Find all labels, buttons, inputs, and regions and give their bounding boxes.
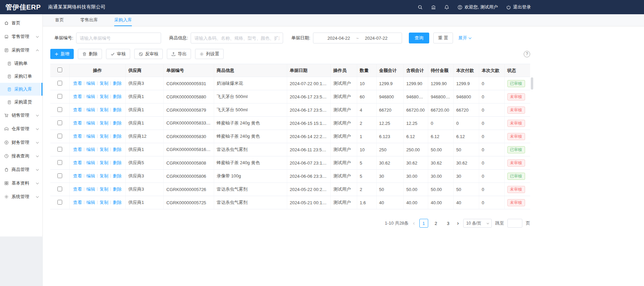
reset-button[interactable]: 重 置: [433, 33, 453, 43]
date-range-picker[interactable]: 2024-04-22 ~ 2024-07-22: [313, 33, 402, 43]
sidebar-item-home[interactable]: 首页: [0, 16, 42, 30]
row-checkbox[interactable]: [57, 134, 62, 138]
sidebar-item-purchase-return[interactable]: 采购退货: [0, 96, 42, 109]
export-button[interactable]: 导出: [167, 49, 191, 59]
row-checkbox[interactable]: [57, 200, 62, 205]
edit-link[interactable]: 编辑: [86, 94, 95, 99]
view-link[interactable]: 查看: [73, 81, 82, 86]
column-settings-button[interactable]: 列设置: [195, 49, 224, 59]
page-button-1[interactable]: 1: [419, 219, 428, 228]
view-link[interactable]: 查看: [73, 160, 82, 165]
delete-link[interactable]: 删除: [113, 81, 122, 86]
view-link[interactable]: 查看: [73, 200, 82, 205]
table-row: 查看编辑复制删除 供应商12 CGRK00000005830 蜂蜜柚子茶 240…: [50, 130, 530, 143]
sidebar-item-reports[interactable]: 报表查询: [0, 149, 42, 163]
edit-link[interactable]: 编辑: [86, 173, 95, 178]
sidebar-item-purchase-inbound[interactable]: 采购入库: [0, 83, 42, 96]
sidebar-item-purchase-request[interactable]: 请购单: [0, 57, 42, 70]
expand-link[interactable]: 展开: [458, 35, 471, 41]
product-info-input[interactable]: [191, 33, 283, 43]
copy-link[interactable]: 复制: [100, 134, 108, 139]
page-button-3[interactable]: 3: [444, 219, 453, 228]
delete-link[interactable]: 删除: [113, 160, 122, 165]
tab-retail-outbound[interactable]: 零售出库: [80, 14, 98, 26]
cell-doc-no: CGRK00000005725: [163, 196, 214, 209]
select-all-checkbox[interactable]: [57, 68, 62, 72]
sidebar-item-basic-data[interactable]: 基本资料: [0, 176, 42, 190]
row-checkbox[interactable]: [57, 187, 62, 191]
sidebar-item-goods[interactable]: 商品管理: [0, 163, 42, 176]
view-link[interactable]: 查看: [73, 173, 82, 178]
table-scrollbar-thumb[interactable]: [531, 77, 533, 90]
delete-link[interactable]: 删除: [113, 134, 122, 139]
unapprove-button[interactable]: 反审核: [134, 49, 163, 59]
page-button-2[interactable]: 2: [432, 219, 440, 228]
sidebar-item-warehouse[interactable]: 仓库管理: [0, 122, 42, 136]
sidebar-item-purchase-order[interactable]: 采购订单: [0, 70, 42, 83]
row-checkbox[interactable]: [57, 81, 62, 85]
approve-button[interactable]: 审核: [106, 49, 130, 59]
edit-link[interactable]: 编辑: [86, 134, 95, 139]
view-link[interactable]: 查看: [73, 107, 82, 112]
view-link[interactable]: 查看: [73, 187, 82, 192]
search-icon[interactable]: [418, 5, 423, 10]
view-link[interactable]: 查看: [73, 94, 82, 99]
logout-button[interactable]: 退出登录: [506, 4, 531, 10]
delete-link[interactable]: 删除: [113, 120, 122, 126]
add-button[interactable]: 新增: [50, 49, 74, 59]
copy-link[interactable]: 复制: [100, 107, 108, 112]
page-size-select[interactable]: 10 条/页: [463, 219, 492, 228]
copy-link[interactable]: 复制: [100, 200, 108, 205]
delete-link[interactable]: 删除: [113, 173, 122, 178]
edit-link[interactable]: 编辑: [86, 187, 95, 192]
search-button[interactable]: 查询: [409, 33, 429, 43]
prev-page-button[interactable]: ‹: [412, 219, 416, 228]
copy-link[interactable]: 复制: [100, 81, 108, 86]
view-link[interactable]: 查看: [73, 134, 82, 139]
row-checkbox[interactable]: [57, 173, 62, 178]
edit-link[interactable]: 编辑: [86, 120, 95, 126]
delete-link[interactable]: 删除: [113, 107, 122, 112]
delete-link[interactable]: 删除: [113, 187, 122, 192]
copy-link[interactable]: 复制: [100, 147, 108, 152]
sidebar-item-system[interactable]: 系统管理: [0, 190, 42, 204]
delete-button[interactable]: 删除: [78, 49, 102, 59]
row-checkbox[interactable]: [57, 107, 62, 112]
edit-link[interactable]: 编辑: [86, 81, 95, 86]
welcome-user[interactable]: 欢迎您, 测试用户: [457, 4, 498, 10]
copy-link[interactable]: 复制: [100, 94, 108, 99]
delete-link[interactable]: 删除: [113, 200, 122, 205]
row-checkbox[interactable]: [57, 147, 62, 152]
tab-purchase-inbound[interactable]: 采购入库: [114, 14, 132, 26]
tab-bar: 首页 零售出库 采购入库: [43, 14, 644, 26]
copy-link[interactable]: 复制: [100, 120, 108, 126]
row-checkbox[interactable]: [57, 160, 62, 165]
copy-link[interactable]: 复制: [100, 173, 108, 178]
delete-link[interactable]: 删除: [113, 94, 122, 99]
copy-link[interactable]: 复制: [100, 160, 108, 165]
doc-no-input[interactable]: [76, 33, 161, 43]
bell-icon[interactable]: [444, 5, 449, 10]
view-link[interactable]: 查看: [73, 120, 82, 126]
edit-link[interactable]: 编辑: [86, 147, 95, 152]
row-checkbox[interactable]: [57, 94, 62, 99]
sidebar-item-purchase[interactable]: 采购管理: [0, 43, 42, 57]
sidebar-item-retail[interactable]: 零售管理: [0, 30, 42, 43]
edit-link[interactable]: 编辑: [86, 200, 95, 205]
next-page-button[interactable]: ›: [456, 219, 460, 228]
date-from-value[interactable]: 2024-04-22: [328, 36, 350, 41]
tab-home[interactable]: 首页: [55, 14, 64, 26]
help-icon[interactable]: ?: [524, 51, 530, 57]
edit-link[interactable]: 编辑: [86, 107, 95, 112]
jump-page-input[interactable]: [507, 219, 522, 228]
edit-link[interactable]: 编辑: [86, 160, 95, 165]
delete-link[interactable]: 删除: [113, 147, 122, 152]
row-checkbox[interactable]: [57, 120, 62, 125]
view-link[interactable]: 查看: [73, 147, 82, 152]
date-to-value[interactable]: 2024-07-22: [365, 36, 388, 41]
status-badge: 未审核: [507, 186, 525, 193]
sidebar-item-sales[interactable]: 销售管理: [0, 109, 42, 122]
sidebar-item-finance[interactable]: 财务管理: [0, 136, 42, 149]
copy-link[interactable]: 复制: [100, 187, 108, 192]
bank-icon[interactable]: [431, 5, 436, 10]
